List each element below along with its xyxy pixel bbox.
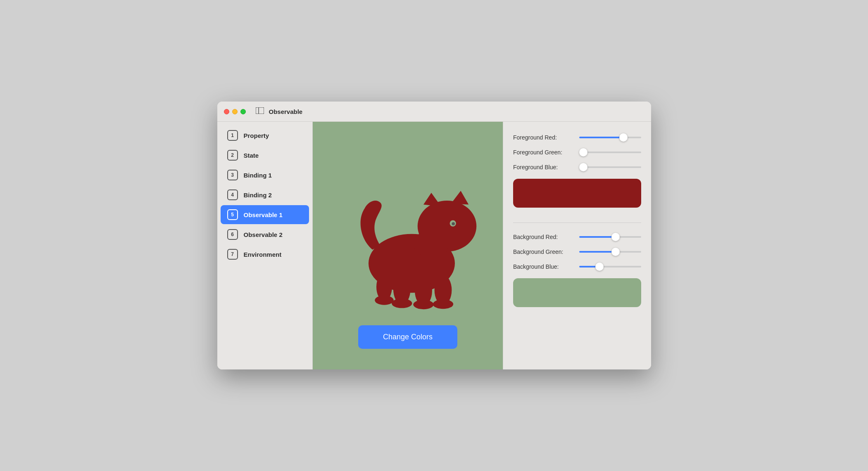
item-number-1: 1	[227, 130, 238, 141]
sidebar-item-observable1[interactable]: 5 Observable 1	[221, 205, 309, 224]
sidebar-label-observable1: Observable 1	[244, 211, 283, 218]
main-window: Observable 1 Property 2 State 3 Binding …	[217, 102, 651, 369]
sidebar-item-environment[interactable]: 7 Environment	[221, 245, 309, 264]
sidebar-icon	[256, 107, 264, 116]
bg-blue-label: Background Blue:	[513, 263, 579, 270]
cat-container	[329, 138, 486, 325]
window-title: Observable	[269, 108, 303, 115]
title-bar: Observable	[217, 102, 651, 122]
sidebar-item-observable2[interactable]: 6 Observable 2	[221, 225, 309, 244]
svg-point-4	[414, 230, 449, 258]
sidebar-item-state[interactable]: 2 State	[221, 146, 309, 165]
change-colors-button[interactable]: Change Colors	[358, 325, 457, 349]
sidebar-item-binding2[interactable]: 4 Binding 2	[221, 185, 309, 204]
sidebar-label-state: State	[244, 152, 259, 159]
bg-red-label: Background Red:	[513, 234, 579, 240]
sidebar-label-property: Property	[244, 132, 269, 139]
section-divider	[513, 222, 641, 223]
svg-rect-0	[256, 107, 264, 114]
item-number-4: 4	[227, 189, 238, 200]
bg-green-slider[interactable]	[579, 251, 641, 253]
minimize-button[interactable]	[232, 109, 238, 114]
bg-red-slider[interactable]	[579, 236, 641, 238]
item-number-7: 7	[227, 249, 238, 260]
fg-green-slider[interactable]	[579, 151, 641, 153]
item-number-2: 2	[227, 150, 238, 161]
sidebar-label-binding2: Binding 2	[244, 192, 272, 199]
svg-marker-6	[451, 191, 468, 204]
close-button[interactable]	[224, 109, 229, 114]
sidebar-label-observable2: Observable 2	[244, 231, 283, 238]
fg-red-row: Foreground Red:	[513, 134, 641, 141]
fg-red-label: Foreground Red:	[513, 134, 579, 141]
bg-green-row: Background Green:	[513, 249, 641, 255]
svg-point-11	[392, 298, 412, 308]
fg-green-row: Foreground Green:	[513, 149, 641, 156]
sidebar: 1 Property 2 State 3 Binding 1 4 Binding…	[217, 122, 313, 369]
svg-point-12	[413, 300, 433, 309]
fg-red-slider[interactable]	[579, 137, 641, 138]
fg-blue-slider[interactable]	[579, 166, 641, 168]
traffic-lights	[224, 109, 246, 114]
sidebar-label-binding1: Binding 1	[244, 172, 272, 179]
maximize-button[interactable]	[240, 109, 246, 114]
sidebar-label-environment: Environment	[244, 251, 282, 258]
fg-green-label: Foreground Green:	[513, 149, 579, 156]
svg-point-14	[375, 295, 394, 305]
foreground-section: Foreground Red: Foreground Green: Foregr…	[513, 130, 641, 219]
bg-green-label: Background Green:	[513, 249, 579, 255]
svg-point-13	[433, 299, 453, 309]
background-section: Background Red: Background Green: Backgr…	[513, 230, 641, 319]
bg-blue-row: Background Blue:	[513, 263, 641, 270]
bg-red-row: Background Red:	[513, 234, 641, 240]
item-number-5: 5	[227, 209, 238, 220]
fg-blue-row: Foreground Blue:	[513, 164, 641, 170]
bg-blue-slider[interactable]	[579, 266, 641, 267]
bg-color-preview	[513, 278, 641, 307]
fg-color-preview	[513, 179, 641, 208]
svg-point-16	[452, 222, 455, 225]
main-content: 1 Property 2 State 3 Binding 1 4 Binding…	[217, 122, 651, 369]
content-area: Change Colors	[313, 122, 503, 369]
item-number-3: 3	[227, 170, 238, 180]
item-number-6: 6	[227, 229, 238, 240]
svg-marker-5	[423, 193, 441, 206]
cat-illustration	[329, 154, 486, 310]
right-panel: Foreground Red: Foreground Green: Foregr…	[503, 122, 651, 369]
sidebar-item-property[interactable]: 1 Property	[221, 126, 309, 145]
sidebar-item-binding1[interactable]: 3 Binding 1	[221, 166, 309, 185]
fg-blue-label: Foreground Blue:	[513, 164, 579, 170]
